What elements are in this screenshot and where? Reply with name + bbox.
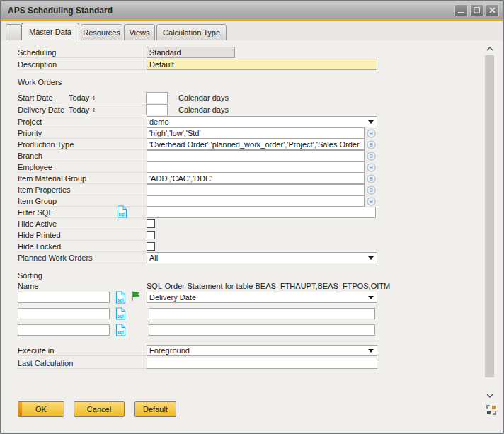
- execute-in-dropdown[interactable]: Foreground: [147, 345, 377, 356]
- start-date-suffix: Calendar days: [178, 93, 229, 102]
- project-dropdown-value: demo: [149, 118, 169, 126]
- start-date-label: Start Date Today +: [18, 93, 147, 103]
- employee-field[interactable]: [147, 161, 365, 173]
- work-orders-heading: Work Orders: [18, 78, 62, 86]
- tab-calculation-type[interactable]: Calculation Type: [156, 24, 227, 40]
- filter-sql-field[interactable]: [147, 207, 376, 218]
- sorting-row3-sql-editor-icon[interactable]: sql: [115, 324, 126, 336]
- item-material-group-field[interactable]: [147, 173, 365, 184]
- production-type-choose-list-icon[interactable]: [367, 140, 376, 149]
- item-material-group-choose-list-icon[interactable]: [367, 174, 376, 183]
- maximize-icon: [474, 7, 480, 13]
- filter-sql-editor-icon[interactable]: sql: [117, 205, 127, 218]
- vertical-scrollbar[interactable]: [484, 42, 495, 411]
- tab-views[interactable]: Views: [124, 24, 155, 40]
- item-properties-label: Item Properties: [18, 185, 147, 195]
- scheduling-label: Scheduling: [18, 47, 147, 58]
- hide-active-checkbox[interactable]: [147, 219, 155, 228]
- description-label: Description: [18, 59, 147, 70]
- close-icon: [489, 7, 496, 13]
- planned-work-orders-label: Planned Work Orders: [18, 253, 147, 263]
- last-calculation-field[interactable]: [147, 358, 377, 369]
- tab-master-data-label: Master Data: [29, 28, 71, 36]
- sorting-row1-statement-value: Delivery Date: [149, 293, 196, 302]
- start-date-days-input[interactable]: [146, 92, 168, 103]
- hide-printed-checkbox[interactable]: [147, 231, 155, 239]
- dropdown-arrow-icon: [368, 120, 374, 124]
- item-properties-choose-list-icon[interactable]: [367, 185, 376, 195]
- sorting-row1-flag-icon[interactable]: [130, 290, 141, 302]
- sorting-row2-name-input[interactable]: [18, 308, 110, 319]
- branch-choose-list-icon[interactable]: [367, 152, 376, 161]
- item-group-field[interactable]: [147, 195, 365, 207]
- hide-locked-label: Hide Locked: [18, 241, 147, 252]
- sorting-heading: Sorting: [18, 271, 42, 280]
- ok-button[interactable]: OK: [18, 401, 64, 417]
- cancel-button-rest: ncel: [97, 405, 111, 413]
- sorting-row1-sql-editor-icon[interactable]: sql: [115, 291, 126, 304]
- project-dropdown[interactable]: demo: [147, 116, 377, 127]
- cancel-button-pre: C: [87, 405, 93, 413]
- close-button[interactable]: [486, 4, 499, 16]
- accent-gold-bar: [1, 19, 503, 21]
- planned-work-orders-value: All: [149, 253, 158, 262]
- resize-grip-icon[interactable]: [486, 405, 496, 415]
- cancel-button[interactable]: Cancel: [74, 401, 125, 417]
- employee-choose-list-icon[interactable]: [367, 163, 376, 172]
- svg-text:sql: sql: [118, 212, 125, 217]
- delivery-date-days-input[interactable]: [146, 104, 168, 115]
- priority-field[interactable]: [147, 127, 365, 139]
- item-material-group-label: Item Material Group: [18, 173, 147, 184]
- hide-printed-label: Hide Printed: [18, 230, 147, 241]
- tab-resources[interactable]: Resources: [81, 24, 122, 40]
- scroll-down-button[interactable]: [484, 391, 495, 401]
- item-group-choose-list-icon[interactable]: [367, 197, 376, 206]
- maximize-button[interactable]: [470, 4, 483, 16]
- production-type-label: Production Type: [18, 139, 147, 150]
- branch-label: Branch: [18, 151, 147, 161]
- ok-button-key: O: [35, 405, 42, 413]
- sorting-row2-statement-input[interactable]: [149, 308, 375, 319]
- title-bar[interactable]: APS Scheduling Standard: [1, 1, 503, 19]
- svg-text:sql: sql: [117, 330, 124, 336]
- ok-button-rest: K: [42, 405, 47, 413]
- dropdown-arrow-icon: [368, 349, 374, 353]
- svg-text:sql: sql: [117, 314, 124, 319]
- dropdown-arrow-icon: [368, 296, 374, 299]
- tab-resources-label: Resources: [83, 28, 120, 37]
- project-label: Project: [18, 117, 147, 127]
- last-calculation-label: Last Calculation: [18, 358, 147, 369]
- chevron-down-icon: [486, 394, 493, 398]
- window-controls: [454, 4, 499, 16]
- sorting-row3-statement-input[interactable]: [149, 324, 375, 336]
- description-field[interactable]: [147, 59, 377, 70]
- scroll-up-button[interactable]: [484, 44, 495, 54]
- default-button[interactable]: Default: [134, 401, 176, 417]
- branch-field[interactable]: [147, 150, 365, 161]
- sorting-row1-name-input[interactable]: [18, 292, 110, 303]
- aps-scheduling-window: APS Scheduling Standard Master Data Reso…: [0, 0, 504, 434]
- item-properties-field[interactable]: [147, 184, 365, 195]
- tab-stub: [6, 24, 21, 40]
- sorting-row3-name-input[interactable]: [18, 324, 110, 336]
- tab-views-label: Views: [129, 28, 149, 37]
- sorting-row1-statement-dropdown[interactable]: Delivery Date: [147, 292, 377, 303]
- scrollbar-thumb[interactable]: [485, 55, 494, 377]
- window-title: APS Scheduling Standard: [8, 6, 113, 16]
- tab-master-data[interactable]: Master Data: [21, 23, 79, 40]
- tab-calculation-type-label: Calculation Type: [163, 28, 220, 37]
- production-type-field[interactable]: [147, 139, 365, 150]
- hide-locked-checkbox[interactable]: [147, 242, 155, 251]
- sorting-row2-sql-editor-icon[interactable]: sql: [115, 307, 126, 320]
- scheduling-field: [147, 47, 235, 58]
- minimize-icon: [458, 7, 464, 13]
- planned-work-orders-dropdown[interactable]: All: [147, 252, 377, 263]
- minimize-button[interactable]: [454, 4, 468, 16]
- delivery-date-label: Delivery Date Today +: [18, 105, 147, 115]
- execute-in-label: Execute in: [18, 346, 147, 356]
- priority-choose-list-icon[interactable]: [367, 129, 376, 138]
- hide-active-label: Hide Active: [18, 219, 147, 229]
- svg-text:sql: sql: [117, 297, 124, 303]
- priority-label: Priority: [18, 128, 147, 139]
- delivery-date-prefix: Today +: [69, 105, 96, 115]
